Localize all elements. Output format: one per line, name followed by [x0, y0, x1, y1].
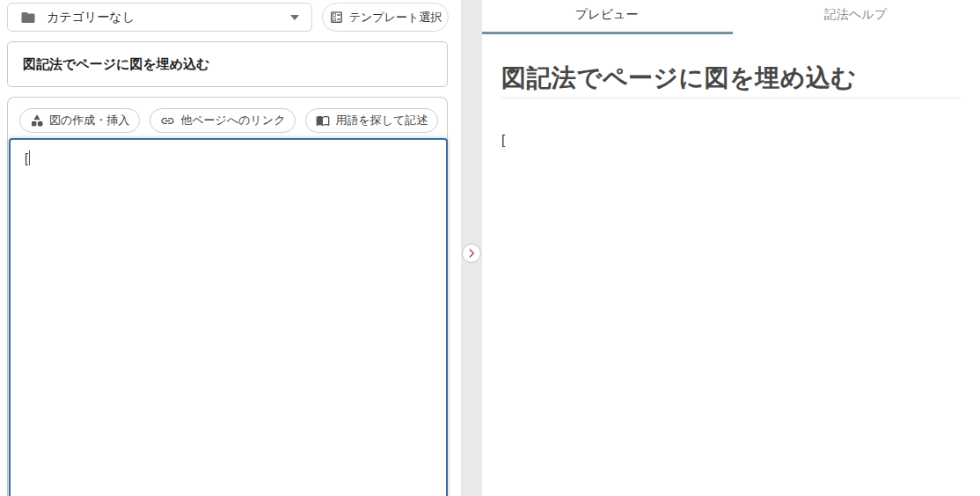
book-icon [316, 113, 330, 128]
tab-syntax-help[interactable]: 記法ヘルプ [731, 0, 980, 34]
chevron-down-icon [290, 15, 299, 20]
editor-panel: カテゴリーなし テンプレート選択 図の作成・挿入 他ページへのリンク [0, 0, 461, 496]
shapes-icon [30, 113, 44, 128]
preview-panel: プレビュー 記法ヘルプ 図記法でページに図を埋め込む [ [482, 0, 980, 496]
template-ballot-icon [329, 10, 344, 25]
link-to-page-label: 他ページへのリンク [180, 113, 285, 128]
text-cursor [29, 150, 30, 165]
chevron-right-icon [465, 247, 478, 259]
find-term-label: 用語を探して記述 [335, 113, 428, 128]
editor-toolbar: 図の作成・挿入 他ページへのリンク 用語を探して記述 [8, 98, 447, 133]
editor-text: [ [25, 151, 28, 165]
preview-heading: 図記法でページに図を埋め込む [501, 63, 961, 98]
page-body-editor[interactable]: [ [9, 138, 448, 496]
template-select-button[interactable]: テンプレート選択 [322, 3, 449, 32]
category-select[interactable]: カテゴリーなし [7, 3, 312, 32]
page-title-field [7, 41, 448, 87]
category-select-value: カテゴリーなし [47, 10, 135, 26]
folder-icon [20, 10, 36, 26]
panel-divider [461, 0, 482, 496]
insert-diagram-label: 図の作成・挿入 [49, 113, 129, 128]
link-icon [160, 113, 175, 128]
preview-content: 図記法でページに図を埋め込む [ [482, 34, 980, 147]
tab-preview[interactable]: プレビュー [482, 0, 731, 34]
insert-diagram-button[interactable]: 図の作成・挿入 [19, 108, 140, 133]
expand-preview-button[interactable] [462, 244, 481, 263]
preview-tab-bar: プレビュー 記法ヘルプ [482, 0, 980, 34]
find-term-button[interactable]: 用語を探して記述 [305, 108, 438, 133]
editor-container: 図の作成・挿入 他ページへのリンク 用語を探して記述 [ [7, 97, 448, 496]
preview-body-text: [ [501, 132, 961, 147]
active-tab-underline [482, 32, 733, 34]
page-title-input[interactable] [8, 42, 447, 86]
template-select-label: テンプレート選択 [349, 10, 442, 26]
link-to-page-button[interactable]: 他ページへのリンク [150, 108, 296, 133]
